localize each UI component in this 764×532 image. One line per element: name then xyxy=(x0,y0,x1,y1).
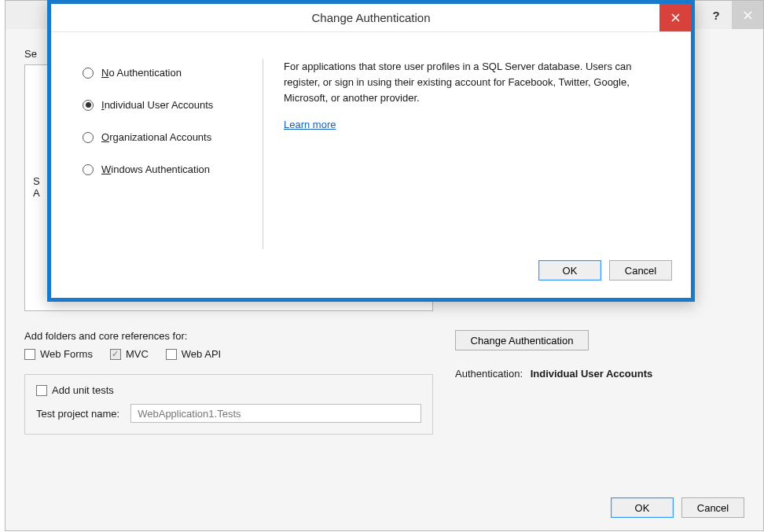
parent-footer: OK Cancel xyxy=(24,482,744,518)
add-refs-label: Add folders and core references for: xyxy=(24,330,433,342)
radio-no-authentication[interactable]: No Authentication xyxy=(83,67,248,79)
radio-windows-authentication[interactable]: Windows Authentication xyxy=(83,163,248,175)
modal-body: No Authentication Individual User Accoun… xyxy=(51,32,691,260)
radio-organizational-accounts[interactable]: Organizational Accounts xyxy=(83,131,248,143)
checkbox-mvc[interactable]: ✓ MVC xyxy=(110,348,149,360)
checkbox-box-icon xyxy=(36,385,47,396)
close-icon xyxy=(744,11,752,20)
radio-icon xyxy=(83,68,94,79)
authentication-summary: Authentication: Individual User Accounts xyxy=(455,368,744,380)
auth-value: Individual User Accounts xyxy=(531,368,653,380)
core-refs-row: Web Forms ✓ MVC Web API xyxy=(24,348,433,360)
radio-label: Organizational Accounts xyxy=(101,131,211,143)
auth-description-text: For applications that store user profile… xyxy=(284,59,667,106)
parent-ok-button[interactable]: OK xyxy=(611,497,674,518)
checkbox-box-icon xyxy=(166,349,177,360)
radio-label: Windows Authentication xyxy=(101,163,210,175)
left-lower: Add folders and core references for: Web… xyxy=(24,330,433,435)
radio-icon xyxy=(83,132,94,143)
auth-label: Authentication: xyxy=(455,368,523,380)
modal-titlebar: Change Authentication xyxy=(51,4,691,32)
change-authentication-button[interactable]: Change Authentication xyxy=(455,330,589,350)
radio-label: Individual User Accounts xyxy=(101,99,213,111)
parent-close-button[interactable] xyxy=(732,1,763,29)
modal-footer: OK Cancel xyxy=(51,260,691,298)
checkbox-label: Add unit tests xyxy=(52,384,114,396)
auth-options-column: No Authentication Individual User Accoun… xyxy=(83,59,263,249)
checkbox-label: Web Forms xyxy=(40,348,93,360)
radio-icon xyxy=(83,100,94,111)
unit-tests-group: Add unit tests Test project name: xyxy=(24,374,433,435)
change-authentication-dialog: Change Authentication No Authentication … xyxy=(47,0,695,302)
learn-more-link[interactable]: Learn more xyxy=(284,119,336,130)
checkbox-webforms[interactable]: Web Forms xyxy=(24,348,93,360)
test-project-name-input[interactable] xyxy=(130,404,421,423)
parent-cancel-button[interactable]: Cancel xyxy=(681,497,744,518)
right-lower: Change Authentication Authentication: In… xyxy=(455,330,744,435)
checkbox-box-icon xyxy=(24,349,35,360)
modal-ok-button[interactable]: OK xyxy=(538,260,601,281)
test-project-label: Test project name: xyxy=(36,408,119,420)
help-button[interactable]: ? xyxy=(700,1,732,29)
checkbox-box-icon: ✓ xyxy=(110,349,121,360)
checkbox-label: MVC xyxy=(126,348,149,360)
radio-label: No Authentication xyxy=(101,67,182,79)
modal-cancel-button[interactable]: Cancel xyxy=(609,260,672,281)
lower-area: Add folders and core references for: Web… xyxy=(24,330,744,435)
test-project-row: Test project name: xyxy=(36,404,421,423)
radio-individual-user-accounts[interactable]: Individual User Accounts xyxy=(83,99,248,111)
checkbox-label: Web API xyxy=(182,348,221,360)
checkbox-add-unit-tests[interactable]: Add unit tests xyxy=(36,384,114,396)
modal-title: Change Authentication xyxy=(51,11,691,24)
auth-description-column: For applications that store user profile… xyxy=(263,59,667,249)
checkbox-webapi[interactable]: Web API xyxy=(166,348,221,360)
radio-icon xyxy=(83,164,94,175)
